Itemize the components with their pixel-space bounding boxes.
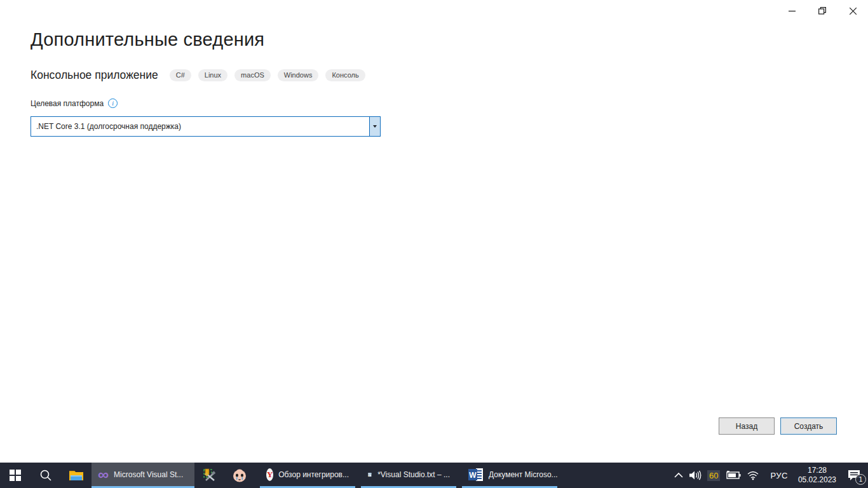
- volume-button[interactable]: [689, 470, 702, 480]
- chevron-up-icon: [674, 472, 683, 478]
- close-icon: [850, 8, 857, 15]
- task-label: Документ Microso...: [489, 470, 558, 479]
- battery-percent-indicator[interactable]: 60: [707, 470, 720, 481]
- dropdown-arrow-button[interactable]: [369, 117, 380, 136]
- battery-charging-icon: [726, 471, 741, 480]
- taskbar-gap: [456, 463, 462, 488]
- tag-windows: Windows: [278, 69, 319, 81]
- tag-csharp: C#: [170, 69, 191, 81]
- wifi-icon: [747, 470, 759, 480]
- windows-logo-icon: [10, 470, 21, 481]
- dropdown-selected-value: .NET Core 3.1 (долгосрочная поддержка): [31, 117, 369, 136]
- close-button[interactable]: [837, 0, 868, 22]
- taskbar-task-notepad[interactable]: *Visual Studio.txt – ...: [361, 463, 456, 488]
- system-tray: 60 РУС 17:28 05.02.2023: [674, 463, 868, 488]
- tag-linux: Linux: [198, 69, 227, 81]
- start-button[interactable]: [0, 463, 31, 488]
- yandex-browser-icon: Y: [266, 468, 273, 481]
- window-controls: [776, 0, 868, 22]
- notepad-icon: [367, 468, 372, 482]
- volume-icon: [689, 470, 702, 480]
- taskbar-task-yandex-browser[interactable]: Y Обзор интегриров...: [260, 463, 355, 488]
- clock[interactable]: 17:28 05.02.2023: [798, 466, 836, 485]
- battery-button[interactable]: [726, 471, 741, 480]
- task-label: Microsoft Visual St...: [114, 470, 183, 479]
- visual-studio-icon: ∞: [98, 468, 109, 481]
- minimize-icon: [789, 8, 796, 15]
- task-label: Обзор интегриров...: [278, 470, 349, 479]
- restore-button[interactable]: [807, 0, 837, 22]
- tray-expand-button[interactable]: [674, 472, 683, 478]
- svg-text:W: W: [469, 471, 477, 480]
- pinned-app-isaac-game[interactable]: [224, 463, 254, 488]
- tag-console: Консоль: [325, 69, 365, 81]
- isaac-game-icon: [231, 467, 248, 484]
- battery-percent-value: 60: [707, 470, 720, 481]
- level-editor-icon: [202, 468, 217, 483]
- taskbar-task-visual-studio[interactable]: ∞ Microsoft Visual St...: [92, 463, 194, 488]
- file-explorer-icon: [69, 469, 84, 482]
- task-label: *Visual Studio.txt – ...: [377, 470, 450, 479]
- wifi-button[interactable]: [747, 470, 759, 480]
- target-framework-row: Целевая платформа i: [31, 98, 118, 108]
- minimize-button[interactable]: [776, 0, 807, 22]
- notification-badge: 1: [855, 474, 866, 485]
- target-framework-dropdown[interactable]: .NET Core 3.1 (долгосрочная поддержка): [31, 116, 381, 137]
- word-icon-glyph: W: [468, 468, 484, 482]
- search-icon: [39, 469, 52, 482]
- taskbar-task-word[interactable]: W Документ Microso...: [462, 463, 557, 488]
- target-framework-label: Целевая платформа: [31, 99, 104, 108]
- taskbar-gap: [355, 463, 361, 488]
- back-button[interactable]: Назад: [719, 417, 775, 435]
- file-explorer-button[interactable]: [61, 463, 92, 488]
- action-center-button[interactable]: 1: [841, 463, 867, 488]
- info-icon[interactable]: i: [108, 98, 118, 108]
- taskbar: ∞ Microsoft Visual St... Y Обзор интегри…: [0, 463, 868, 488]
- pinned-app-editor-tool[interactable]: [194, 463, 224, 488]
- restore-icon: [818, 7, 826, 15]
- project-type-label: Консольное приложение: [31, 69, 158, 82]
- clock-date: 05.02.2023: [798, 475, 836, 485]
- additional-info-dialog: Дополнительные сведения Консольное прило…: [0, 0, 868, 463]
- page-title: Дополнительные сведения: [31, 29, 264, 50]
- search-button[interactable]: [31, 463, 61, 488]
- tag-macos: macOS: [234, 69, 271, 81]
- chevron-down-icon: [373, 125, 377, 128]
- word-icon: W: [468, 468, 484, 482]
- clock-time: 17:28: [798, 466, 836, 475]
- project-row: Консольное приложение C# Linux macOS Win…: [31, 69, 372, 82]
- taskbar-gap: [254, 463, 260, 488]
- create-button[interactable]: Создать: [780, 417, 837, 435]
- language-indicator[interactable]: РУС: [770, 471, 788, 480]
